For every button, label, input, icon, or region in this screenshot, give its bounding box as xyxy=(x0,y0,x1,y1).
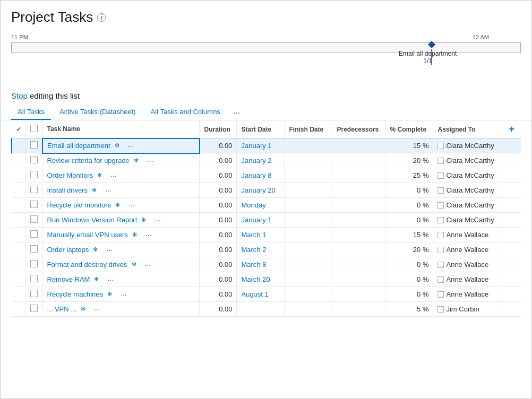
assigned-checkbox[interactable] xyxy=(437,232,444,238)
assigned-checkbox[interactable] xyxy=(437,187,444,194)
assigned-to-name: Jim Corbin xyxy=(446,305,479,313)
task-name-link[interactable]: Order laptops xyxy=(47,246,89,254)
col-header-add[interactable]: + xyxy=(502,120,521,138)
start-date-link[interactable]: January 1 xyxy=(241,142,271,150)
row-ellipsis-button[interactable]: ··· xyxy=(126,142,136,150)
assigned-checkbox[interactable] xyxy=(437,217,444,223)
start-date-link[interactable]: January 1 xyxy=(241,216,271,224)
start-date-link[interactable]: January 2 xyxy=(241,157,271,164)
tab-more-button[interactable]: ··· xyxy=(229,106,244,120)
task-name-link[interactable]: Run Windows Version Report xyxy=(47,216,138,224)
assigned-checkbox[interactable] xyxy=(437,291,444,298)
add-column-button[interactable]: + xyxy=(507,124,517,134)
task-name-link[interactable]: Manually email VPN users xyxy=(47,231,128,239)
row-checkbox[interactable] xyxy=(30,260,38,267)
table-row: Review criteria for upgrade✻···0.00Janua… xyxy=(12,153,521,168)
row-finish-date-cell xyxy=(285,183,332,198)
assigned-checkbox[interactable] xyxy=(437,202,444,209)
row-checkbox[interactable] xyxy=(30,305,38,312)
row-ellipsis-button[interactable]: ··· xyxy=(126,201,137,210)
task-name-link[interactable]: Review criteria for upgrade xyxy=(47,157,130,164)
task-name-link[interactable]: Remove RAM xyxy=(47,275,90,283)
row-checkbox[interactable] xyxy=(30,230,38,238)
assigned-to-name: Ciara McCarthy xyxy=(446,142,494,150)
row-ellipsis-button[interactable]: ··· xyxy=(145,157,156,165)
col-header-finish-date: Finish Date xyxy=(285,120,332,138)
row-checkbox-cell xyxy=(26,138,43,153)
assigned-to-name: Ciara McCarthy xyxy=(446,157,494,164)
task-name-link[interactable]: Email all department xyxy=(47,142,110,150)
row-checkbox-cell xyxy=(26,257,43,272)
row-tick-cell xyxy=(12,272,26,287)
row-checkbox[interactable] xyxy=(30,245,38,253)
row-predecessors-cell xyxy=(332,198,385,213)
start-date-link[interactable]: March 20 xyxy=(241,275,270,283)
row-ellipsis-button[interactable]: ··· xyxy=(143,231,154,239)
row-pct-complete-cell: 0 % xyxy=(385,272,433,287)
assigned-checkbox[interactable] xyxy=(437,143,444,149)
row-ellipsis-button[interactable]: ··· xyxy=(152,216,163,224)
assigned-checkbox[interactable] xyxy=(437,306,444,313)
row-add-cell xyxy=(502,242,521,257)
col-header-pct-complete: % Complete xyxy=(385,120,433,138)
header-checkbox[interactable] xyxy=(30,125,38,132)
row-checkbox-cell xyxy=(26,287,43,302)
row-assigned-to-cell: Anne Wallace xyxy=(433,257,502,272)
row-assigned-to-cell: Ciara McCarthy xyxy=(433,198,502,213)
row-checkbox[interactable] xyxy=(30,275,38,282)
assigned-to-name: Anne Wallace xyxy=(446,290,488,298)
row-ellipsis-button[interactable]: ··· xyxy=(104,246,115,254)
row-ellipsis-button[interactable]: ··· xyxy=(103,186,114,195)
row-checkbox[interactable] xyxy=(30,215,38,223)
start-date-link[interactable]: March 2 xyxy=(241,246,266,254)
row-ellipsis-button[interactable]: ··· xyxy=(105,275,116,284)
row-start-date-cell: January 1 xyxy=(237,213,285,228)
row-ellipsis-button[interactable]: ··· xyxy=(143,261,153,269)
task-name-link[interactable]: Format and destroy drives xyxy=(47,261,127,268)
task-type-icon: ✻ xyxy=(97,172,102,179)
task-name-link[interactable]: Order Monitors xyxy=(47,171,93,179)
row-assigned-to-cell: Anne Wallace xyxy=(433,228,502,242)
tab-all-tasks[interactable]: All Tasks xyxy=(11,106,51,120)
start-date-link[interactable]: Monday xyxy=(241,201,265,209)
row-pct-complete-cell: 20 % xyxy=(385,242,433,257)
row-duration-cell: 0.00 xyxy=(200,302,237,317)
task-name-link[interactable]: Install drivers xyxy=(47,186,88,194)
assigned-checkbox[interactable] xyxy=(437,262,444,268)
row-checkbox[interactable] xyxy=(30,171,38,178)
row-task-name-cell: Recycle old monitors✻··· xyxy=(42,198,200,213)
row-checkbox[interactable] xyxy=(30,141,38,149)
task-table: ✓ Task Name Duration Start Date Finish D… xyxy=(11,120,521,317)
row-ellipsis-button[interactable]: ··· xyxy=(92,305,102,314)
row-checkbox[interactable] xyxy=(30,201,38,208)
row-duration-cell: 0.00 xyxy=(200,183,237,198)
start-date-link[interactable]: January 20 xyxy=(241,186,275,194)
row-task-name-cell: Order Monitors✻··· xyxy=(42,168,200,183)
row-ellipsis-button[interactable]: ··· xyxy=(108,171,119,180)
row-ellipsis-button[interactable]: ··· xyxy=(118,290,129,299)
assigned-checkbox[interactable] xyxy=(437,276,444,283)
start-date-link[interactable]: March 8 xyxy=(241,261,266,268)
task-name-link[interactable]: ... VPN ... xyxy=(47,305,77,313)
row-add-cell xyxy=(502,257,521,272)
row-checkbox[interactable] xyxy=(30,186,38,193)
table-row: Order laptops✻···0.00March 220 %Anne Wal… xyxy=(12,242,521,257)
assigned-checkbox[interactable] xyxy=(437,172,444,179)
task-name-link[interactable]: Recycle old monitors xyxy=(47,201,111,209)
info-icon[interactable]: i xyxy=(97,13,106,22)
row-checkbox[interactable] xyxy=(30,290,38,297)
assigned-checkbox[interactable] xyxy=(437,158,444,164)
stop-editing-link[interactable]: Stop xyxy=(11,91,28,100)
task-name-link[interactable]: Recycle machines xyxy=(47,290,104,298)
row-add-cell xyxy=(502,198,521,213)
row-checkbox[interactable] xyxy=(30,156,38,163)
tab-active-tasks[interactable]: Active Tasks (Datasheet) xyxy=(53,106,142,120)
row-tick-cell xyxy=(12,183,26,198)
assigned-checkbox[interactable] xyxy=(437,247,444,253)
start-date-link[interactable]: August 1 xyxy=(241,290,268,298)
row-finish-date-cell xyxy=(285,153,332,168)
start-date-link[interactable]: January 8 xyxy=(241,171,271,179)
tab-all-tasks-columns[interactable]: All Tasks and Columns xyxy=(144,106,227,120)
row-task-name-cell: Manually email VPN users✻··· xyxy=(42,228,200,242)
start-date-link[interactable]: March 1 xyxy=(241,231,266,239)
